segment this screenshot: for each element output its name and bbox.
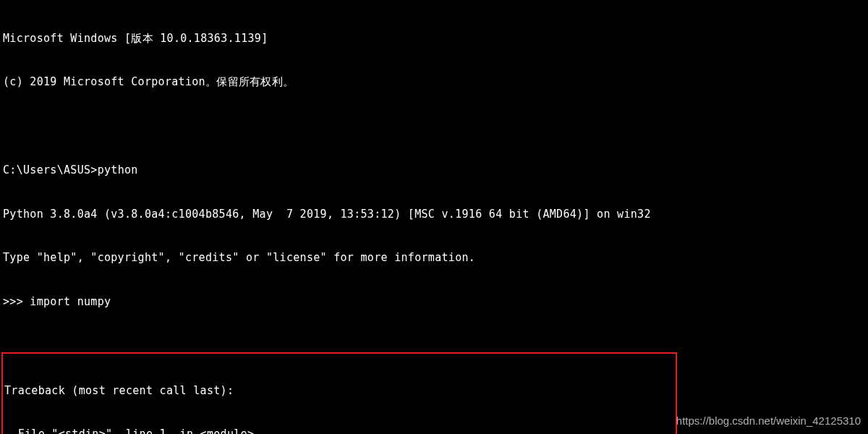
traceback-header: Traceback (most recent call last): [4,383,674,398]
win-banner-line: Microsoft Windows [版本 10.0.18363.1139] [3,31,865,46]
cwd-command-line: C:\Users\ASUS>python [3,163,865,177]
terminal-output[interactable]: Microsoft Windows [版本 10.0.18363.1139] (… [3,1,865,434]
repl-import-line: >>> import numpy [3,294,865,309]
cwd-prompt: C:\Users\ASUS> [3,163,98,176]
repl-command: import numpy [30,295,111,308]
traceback-highlight-box: Traceback (most recent call last): File … [1,352,677,434]
shell-command: python [98,163,138,176]
python-help-line: Type "help", "copyright", "credits" or "… [3,250,865,265]
python-banner-line: Python 3.8.0a4 (v3.8.0a4:c1004b8546, May… [3,207,865,221]
traceback-frame-loc: File "<stdin>", line 1, in <module> [4,427,674,434]
win-copyright-line: (c) 2019 Microsoft Corporation。保留所有权利。 [3,75,865,89]
repl-prompt: >>> [3,295,30,308]
blank-line [3,119,865,133]
watermark-text: https://blog.csdn.net/weixin_42125310 [676,414,861,428]
